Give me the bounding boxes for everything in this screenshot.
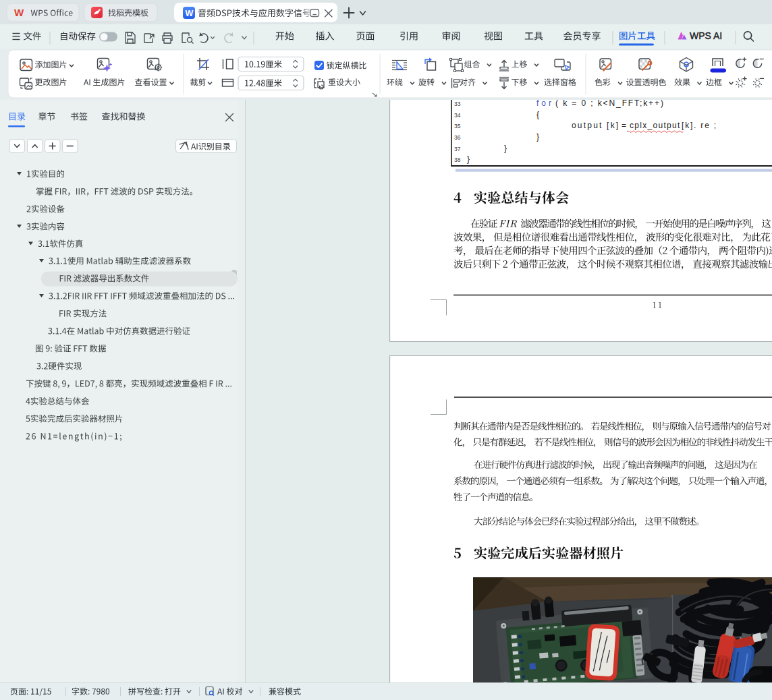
svg-text:34: 34 — [454, 112, 461, 119]
svg-text:WPS AI: WPS AI — [690, 30, 722, 41]
svg-text:}: } — [504, 144, 507, 153]
svg-text:{: { — [536, 110, 540, 119]
svg-text:33: 33 — [454, 100, 461, 107]
svg-text:38: 38 — [454, 156, 461, 163]
svg-text:cplx_output: cplx_output — [630, 121, 681, 130]
svg-text:36: 36 — [454, 134, 461, 141]
svg-text:35: 35 — [454, 123, 461, 129]
svg-text:for: for — [536, 98, 554, 108]
svg-text:W: W — [186, 9, 194, 18]
svg-text:37: 37 — [454, 146, 461, 152]
svg-text:}: } — [467, 154, 470, 164]
svg-text:[k]. re ;: [k]. re ; — [682, 121, 717, 130]
svg-text:}: } — [536, 132, 540, 142]
svg-text:( k = 0 ; k<N_FFT;k++): ( k = 0 ; k<N_FFT;k++) — [555, 98, 665, 108]
svg-text:=: = — [622, 121, 626, 130]
svg-text:W: W — [14, 7, 24, 18]
svg-text:output [k]: output [k] — [572, 121, 619, 130]
